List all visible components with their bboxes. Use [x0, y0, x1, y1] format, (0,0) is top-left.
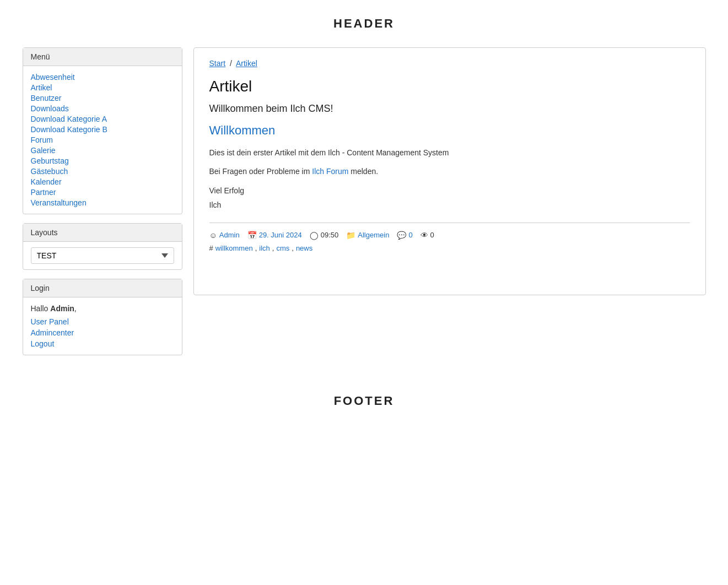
admincenter-link[interactable]: Admincenter [31, 328, 174, 337]
layouts-select[interactable]: TEST [31, 247, 174, 264]
article-body-pre-link: Bei Fragen oder Probleme im [209, 167, 312, 176]
list-item: Download Kategorie B [31, 125, 174, 134]
calendar-icon: 📅 [247, 231, 257, 240]
list-item: Galerie [31, 146, 174, 155]
article-author-sig: Ilch [209, 199, 690, 211]
tag-link-news[interactable]: news [296, 244, 312, 252]
article-divider [209, 223, 690, 223]
breadcrumb-separator: / [230, 59, 232, 68]
layouts-header: Layouts [23, 224, 182, 242]
sidebar: Menü Abwesenheit Artikel Benutzer Downlo… [23, 47, 182, 355]
tags-hash: # [209, 244, 213, 252]
login-box: Login Hallo Admin, User Panel Admincente… [23, 279, 182, 355]
breadcrumb-current[interactable]: Artikel [236, 59, 257, 68]
page-header: HEADER [0, 0, 728, 42]
tag-link-willkommen[interactable]: willkommen [215, 244, 253, 252]
login-username: Admin [50, 304, 74, 313]
logout-link[interactable]: Logout [31, 339, 174, 348]
article-subtitle: Willkommen beim Ilch CMS! [209, 103, 690, 115]
menu-link-geburtstag[interactable]: Geburtstag [31, 156, 69, 165]
login-greeting-post: , [74, 304, 77, 313]
list-item: Artikel [31, 83, 174, 92]
menu-link-forum[interactable]: Forum [31, 136, 53, 144]
layouts-select-wrapper: TEST [23, 242, 182, 269]
footer-label: FOOTER [334, 394, 395, 408]
tag-link-ilch[interactable]: ilch [259, 244, 270, 252]
menu-body: Abwesenheit Artikel Benutzer Downloads D… [23, 66, 182, 214]
menu-list: Abwesenheit Artikel Benutzer Downloads D… [31, 73, 174, 207]
list-item: Kalender [31, 177, 174, 186]
menu-link-download-kategorie-b[interactable]: Download Kategorie B [31, 125, 107, 134]
menu-link-veranstaltungen[interactable]: Veranstaltungen [31, 198, 87, 207]
menu-link-download-kategorie-a[interactable]: Download Kategorie A [31, 115, 107, 123]
article-tags: # willkommen, ilch, cms, news [209, 244, 690, 252]
menu-header: Menü [23, 48, 182, 66]
meta-author-link[interactable]: Admin [219, 231, 240, 239]
meta-views: 0 [430, 231, 434, 239]
meta-date-item: 📅 29. Juni 2024 [247, 231, 302, 240]
menu-link-benutzer[interactable]: Benutzer [31, 94, 62, 102]
article-link-title[interactable]: Willkommen [209, 123, 690, 138]
meta-views-item: 👁 0 [420, 231, 434, 240]
list-item: Forum [31, 136, 174, 144]
meta-category-link[interactable]: Allgemein [358, 231, 389, 239]
login-header: Login [23, 279, 182, 297]
article-meta: ☺ Admin 📅 29. Juni 2024 ◯ 09:50 📁 Allgem… [209, 231, 690, 240]
meta-comments-item: 💬 0 [397, 231, 412, 240]
article-body: Dies ist dein erster Artikel mit dem Ilc… [209, 147, 690, 212]
ilch-forum-link[interactable]: Ilch Forum [312, 167, 348, 176]
menu-box: Menü Abwesenheit Artikel Benutzer Downlo… [23, 47, 182, 214]
login-greeting-pre: Hallo [31, 304, 51, 313]
login-body: Hallo Admin, User Panel Admincenter Logo… [23, 297, 182, 355]
article-farewell: Viel Erfolg [209, 185, 690, 197]
list-item: Gästebuch [31, 167, 174, 176]
menu-link-artikel[interactable]: Artikel [31, 83, 52, 92]
meta-date-link[interactable]: 29. Juni 2024 [259, 231, 302, 239]
header-label: HEADER [333, 17, 395, 30]
menu-link-gaestebuch[interactable]: Gästebuch [31, 167, 68, 176]
list-item: Partner [31, 188, 174, 197]
menu-link-kalender[interactable]: Kalender [31, 177, 62, 186]
content-area: Start / Artikel Artikel Willkommen beim … [193, 47, 706, 295]
menu-link-partner[interactable]: Partner [31, 188, 56, 197]
comment-icon: 💬 [397, 231, 406, 240]
list-item: Veranstaltungen [31, 198, 174, 207]
folder-icon: 📁 [346, 231, 355, 240]
meta-author-item: ☺ Admin [209, 231, 240, 240]
page-footer: FOOTER [0, 377, 728, 425]
menu-link-abwesenheit[interactable]: Abwesenheit [31, 73, 75, 82]
list-item: Downloads [31, 104, 174, 113]
list-item: Geburtstag [31, 156, 174, 165]
layouts-box: Layouts TEST [23, 223, 182, 270]
article-body-line2: Bei Fragen oder Probleme im Ilch Forum m… [209, 165, 690, 177]
login-greeting: Hallo Admin, [31, 304, 174, 313]
main-wrapper: Menü Abwesenheit Artikel Benutzer Downlo… [12, 47, 717, 355]
person-icon: ☺ [209, 231, 217, 240]
meta-time: 09:50 [321, 231, 339, 239]
breadcrumb: Start / Artikel [209, 59, 690, 68]
article-title: Artikel [209, 78, 690, 95]
menu-link-galerie[interactable]: Galerie [31, 146, 56, 155]
clock-icon: ◯ [310, 231, 319, 240]
menu-link-downloads[interactable]: Downloads [31, 104, 69, 113]
meta-comments-link[interactable]: 0 [408, 231, 412, 239]
tag-link-cms[interactable]: cms [276, 244, 289, 252]
list-item: Download Kategorie A [31, 115, 174, 123]
eye-icon: 👁 [420, 231, 428, 240]
article-body-line1: Dies ist dein erster Artikel mit dem Ilc… [209, 147, 690, 159]
user-panel-link[interactable]: User Panel [31, 317, 174, 326]
list-item: Benutzer [31, 94, 174, 102]
list-item: Abwesenheit [31, 73, 174, 82]
article-body-post-link: melden. [348, 167, 378, 176]
breadcrumb-start[interactable]: Start [209, 59, 226, 68]
meta-time-item: ◯ 09:50 [310, 231, 339, 240]
meta-category-item: 📁 Allgemein [346, 231, 389, 240]
